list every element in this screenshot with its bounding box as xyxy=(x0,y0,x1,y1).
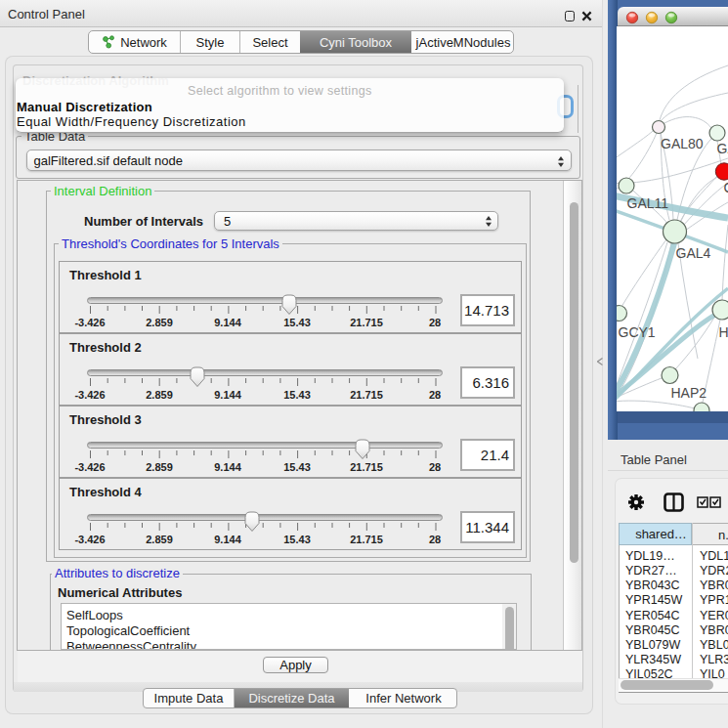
svg-text:GCY1: GCY1 xyxy=(619,324,656,340)
svg-text:C: C xyxy=(724,180,728,195)
svg-text:HAP2: HAP2 xyxy=(671,385,707,401)
svg-text:GAL11: GAL11 xyxy=(627,195,669,211)
svg-text:GAL80: GAL80 xyxy=(661,136,704,151)
svg-text:GAL4: GAL4 xyxy=(676,245,711,261)
svg-text:GAL: GAL xyxy=(717,141,728,156)
svg-text:H: H xyxy=(719,324,728,340)
